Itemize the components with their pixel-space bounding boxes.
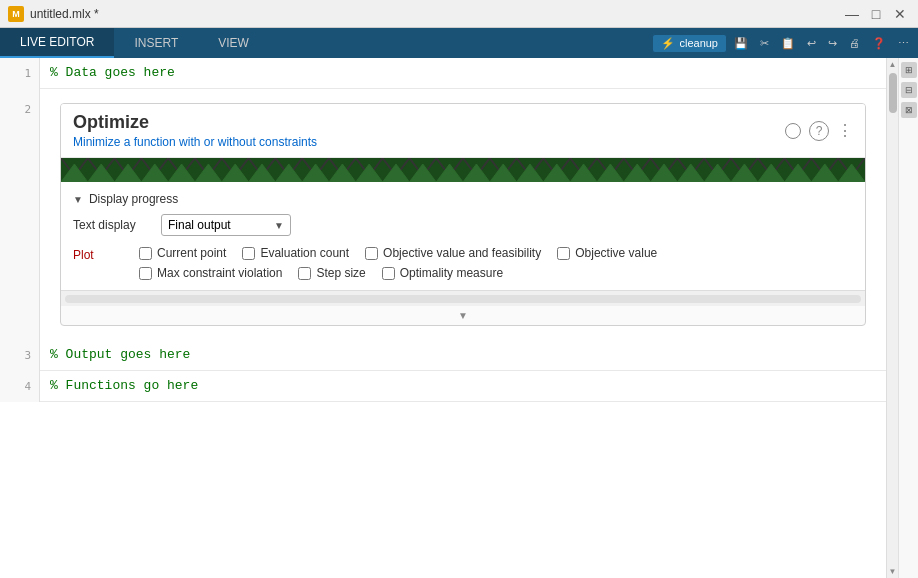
checkbox-current-point-label: Current point [157,246,226,260]
optimize-more-button[interactable]: ⋮ [837,123,853,139]
title-bar-left: M untitled.mlx * [8,6,99,22]
code-text-1: % Data goes here [50,62,876,84]
code-cell-4[interactable]: % Functions go here [40,371,886,402]
more-button[interactable]: ⋯ [893,29,914,57]
checkbox-step-size-label: Step size [316,266,365,280]
optimize-help-button[interactable]: ? [809,121,829,141]
minimize-button[interactable]: — [842,6,862,22]
code-text-3: % Output goes here [50,344,876,366]
line-number-col-3: 3 [0,340,40,371]
cell-row-4: 4 % Functions go here [0,371,886,402]
zigzag-separator [61,158,865,182]
side-button-1[interactable]: ⊞ [901,62,917,78]
checkbox-row-2: Max constraint violation Step size Optim… [139,266,657,280]
checkbox-objective-value[interactable]: Objective value [557,246,657,260]
line-num-2: 2 [0,93,39,116]
checkbox-step-size-input[interactable] [298,267,311,280]
checkbox-objective-feasibility[interactable]: Objective value and feasibility [365,246,541,260]
h-scrollbar-track[interactable] [65,295,861,303]
checkbox-current-point-input[interactable] [139,247,152,260]
display-section: ▼ Display progress Text display Final ou… [61,182,865,290]
cell-row-1: 1 % Data goes here [0,58,886,89]
checkbox-optimality-input[interactable] [382,267,395,280]
code-cell-1[interactable]: % Data goes here [40,58,886,89]
checkbox-evaluation-count[interactable]: Evaluation count [242,246,349,260]
redo-button[interactable]: ↪ [823,29,842,57]
copy-button[interactable]: 📋 [776,29,800,57]
h-scrollbar-area [61,290,865,306]
radio-button[interactable] [785,123,801,139]
code-cell-3[interactable]: % Output goes here [40,340,886,371]
cell-row-3: 3 % Output goes here [0,340,886,371]
right-panel: ⊞ ⊟ ⊠ [898,58,918,578]
maximize-button[interactable]: □ [866,6,886,22]
cleanup-button[interactable]: ⚡ cleanup [652,34,727,53]
line-num-3: 3 [0,344,39,366]
line-number-col: 1 [0,58,40,89]
undo-button[interactable]: ↩ [802,29,821,57]
text-display-label: Text display [73,218,153,232]
checkbox-grid: Current point Evaluation count Objective… [139,246,657,280]
help-button[interactable]: ❓ [867,29,891,57]
optimize-title-section: Optimize Minimize a function with or wit… [73,112,317,149]
cleanup-label: cleanup [679,37,718,49]
tab-insert[interactable]: INSERT [114,28,198,58]
scroll-thumb[interactable] [889,73,897,113]
checkbox-row-1: Current point Evaluation count Objective… [139,246,657,260]
line-num-1: 1 [0,62,39,84]
plot-label: Plot [73,246,133,262]
toolbar-actions: ⚡ cleanup 💾 ✂ 📋 ↩ ↪ 🖨 ❓ ⋯ [652,28,918,58]
scroll-up-button[interactable]: ▲ [889,60,897,69]
title-bar: M untitled.mlx * — □ ✕ [0,0,918,28]
dropdown-value: Final output [168,218,231,232]
tab-live-editor[interactable]: LIVE EDITOR [0,28,114,58]
line-number-col-2: 2 [0,89,40,340]
cut-button[interactable]: ✂ [755,29,774,57]
close-button[interactable]: ✕ [890,6,910,22]
checkbox-optimality-label: Optimality measure [400,266,503,280]
collapse-arrow-icon[interactable]: ▼ [73,194,83,205]
optimize-header: Optimize Minimize a function with or wit… [61,104,865,158]
checkbox-max-constraint-label: Max constraint violation [157,266,282,280]
checkbox-max-constraint[interactable]: Max constraint violation [139,266,282,280]
optimize-container: Optimize Minimize a function with or wit… [40,89,886,340]
window-controls: — □ ✕ [842,6,910,22]
side-button-3[interactable]: ⊠ [901,102,917,118]
text-display-row: Text display Final output ▼ [73,214,853,236]
editor-area[interactable]: 1 % Data goes here 2 Optimize Minimize a… [0,58,886,578]
line-num-4: 4 [0,375,39,397]
cleanup-icon: ⚡ [661,37,675,50]
checkbox-current-point[interactable]: Current point [139,246,226,260]
text-display-dropdown[interactable]: Final output ▼ [161,214,291,236]
code-text-4: % Functions go here [50,375,876,397]
optimize-row: 2 Optimize Minimize a function with or w… [0,89,886,340]
checkbox-objective-value-input[interactable] [557,247,570,260]
checkbox-evaluation-count-input[interactable] [242,247,255,260]
checkbox-max-constraint-input[interactable] [139,267,152,280]
expand-chevron-icon[interactable]: ▼ [458,310,468,321]
checkbox-optimality[interactable]: Optimality measure [382,266,503,280]
optimize-title: Optimize [73,112,317,133]
main-content: 1 % Data goes here 2 Optimize Minimize a… [0,58,918,578]
side-button-2[interactable]: ⊟ [901,82,917,98]
checkbox-step-size[interactable]: Step size [298,266,365,280]
zigzag-svg [61,158,865,182]
dropdown-arrow-icon: ▼ [274,220,284,231]
matlab-icon: M [8,6,24,22]
print-button[interactable]: 🖨 [844,29,865,57]
line-number-col-4: 4 [0,371,40,402]
optimize-subtitle: Minimize a function with or without cons… [73,135,317,149]
plot-row: Plot Current point [73,246,853,280]
tab-view[interactable]: VIEW [198,28,269,58]
checkbox-objective-feasibility-input[interactable] [365,247,378,260]
save-button[interactable]: 💾 [729,29,753,57]
optimize-block: Optimize Minimize a function with or wit… [60,103,866,326]
chevron-row: ▼ [61,306,865,325]
toolbar-tabs: LIVE EDITOR INSERT VIEW ⚡ cleanup 💾 ✂ 📋 … [0,28,918,58]
scroll-down-button[interactable]: ▼ [889,567,897,576]
display-progress-label: Display progress [89,192,178,206]
v-scrollbar[interactable]: ▲ ▼ [886,58,898,578]
checkbox-evaluation-count-label: Evaluation count [260,246,349,260]
checkbox-objective-value-label: Objective value [575,246,657,260]
display-progress-header: ▼ Display progress [73,192,853,206]
